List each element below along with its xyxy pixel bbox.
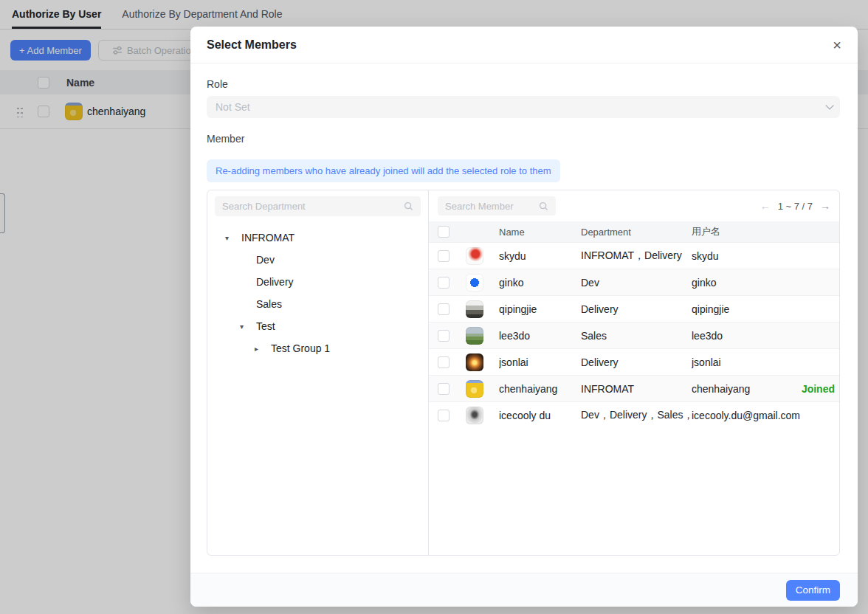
member-department: INFROMAT，Delivery bbox=[581, 249, 692, 263]
member-row-qipingjie[interactable]: qipingjie Delivery qipingjie bbox=[429, 295, 839, 322]
department-search-input[interactable] bbox=[222, 201, 399, 212]
page-range: 1 ~ 7 / 7 bbox=[778, 201, 813, 212]
row-checkbox[interactable] bbox=[438, 410, 450, 421]
member-row-jsonlai[interactable]: jsonlai Delivery jsonlai bbox=[429, 348, 839, 375]
role-select[interactable]: Not Set bbox=[207, 96, 840, 118]
member-username: lee3do bbox=[692, 330, 839, 342]
member-label: Member bbox=[207, 133, 840, 145]
prev-page-icon[interactable]: ← bbox=[760, 200, 771, 212]
tree-item-label: Dev bbox=[256, 254, 275, 266]
member-row-skydu[interactable]: skydu INFROMAT，Delivery skydu bbox=[429, 242, 839, 269]
department-panel: ▾ INFROMAT Dev Delivery bbox=[207, 190, 429, 555]
search-icon bbox=[404, 201, 413, 211]
member-name: ginko bbox=[499, 277, 581, 289]
member-panel: ← 1 ~ 7 / 7 → Name Department 用户名 bbox=[429, 190, 839, 555]
tree-item-label: Test Group 1 bbox=[271, 342, 330, 354]
member-username: ginko bbox=[692, 277, 839, 289]
tree-item-label: Sales bbox=[256, 298, 282, 310]
member-name: lee3do bbox=[499, 330, 581, 342]
search-icon bbox=[539, 201, 548, 211]
avatar bbox=[466, 247, 483, 265]
caret-down-icon[interactable]: ▾ bbox=[240, 322, 256, 331]
tree-item-label: Delivery bbox=[256, 276, 294, 288]
tree-item-label: Test bbox=[256, 320, 275, 332]
member-department: INFROMAT bbox=[581, 383, 692, 395]
role-select-placeholder: Not Set bbox=[216, 101, 250, 113]
tree-item-dev[interactable]: Dev bbox=[215, 249, 421, 271]
member-row-ginko[interactable]: ginko Dev ginko bbox=[429, 269, 839, 295]
close-icon[interactable]: × bbox=[833, 38, 841, 52]
member-row-chenhaiyang[interactable]: chenhaiyang INFROMAT chenhaiyang Joined bbox=[429, 375, 839, 401]
member-name: skydu bbox=[499, 250, 581, 262]
caret-down-icon[interactable]: ▾ bbox=[225, 234, 241, 242]
modal-body: Role Not Set Member Re-adding members wh… bbox=[190, 63, 858, 573]
tree-item-test-group-1[interactable]: ▸ Test Group 1 bbox=[215, 337, 421, 359]
tree-item-test[interactable]: ▾ Test bbox=[215, 315, 421, 337]
confirm-button[interactable]: Confirm bbox=[786, 580, 840, 601]
row-checkbox[interactable] bbox=[438, 303, 450, 315]
member-row-lee3do[interactable]: lee3do Sales lee3do bbox=[429, 322, 839, 348]
row-checkbox[interactable] bbox=[438, 383, 450, 395]
row-checkbox[interactable] bbox=[438, 250, 450, 262]
tree-item-sales[interactable]: Sales bbox=[215, 293, 421, 315]
department-tree: ▾ INFROMAT Dev Delivery bbox=[215, 227, 421, 359]
member-picker: ▾ INFROMAT Dev Delivery bbox=[207, 190, 840, 556]
avatar bbox=[466, 300, 483, 318]
tree-item-delivery[interactable]: Delivery bbox=[215, 271, 421, 293]
member-name: icecooly du bbox=[499, 410, 581, 421]
member-username: jsonlai bbox=[692, 356, 839, 368]
app-root: Authorize By User Authorize By Departmen… bbox=[0, 0, 868, 614]
member-department: Dev bbox=[581, 277, 692, 289]
member-table-header: Name Department 用户名 bbox=[429, 221, 839, 242]
department-search bbox=[215, 196, 421, 216]
modal-title: Select Members bbox=[207, 38, 297, 52]
row-checkbox[interactable] bbox=[438, 356, 450, 368]
next-page-icon[interactable]: → bbox=[820, 200, 830, 212]
avatar bbox=[466, 380, 483, 398]
row-checkbox[interactable] bbox=[438, 277, 450, 289]
member-department: Delivery bbox=[581, 356, 692, 368]
member-department: Dev，Delivery，Sales， bbox=[581, 409, 692, 422]
joined-badge: Joined bbox=[799, 383, 839, 395]
name-column-header: Name bbox=[499, 227, 581, 238]
avatar bbox=[466, 274, 483, 292]
member-panel-toolbar: ← 1 ~ 7 / 7 → bbox=[429, 190, 839, 221]
member-search bbox=[438, 196, 556, 215]
tree-item-infromat[interactable]: ▾ INFROMAT bbox=[215, 227, 421, 249]
avatar bbox=[466, 353, 483, 371]
pagination: ← 1 ~ 7 / 7 → bbox=[760, 200, 830, 212]
avatar bbox=[466, 407, 483, 424]
caret-right-icon[interactable]: ▸ bbox=[255, 345, 271, 353]
select-all-members-checkbox[interactable] bbox=[438, 226, 450, 238]
modal-footer: Confirm bbox=[190, 573, 858, 607]
select-members-modal: Select Members × Role Not Set Member Re-… bbox=[190, 27, 858, 607]
avatar bbox=[466, 327, 483, 345]
member-rows: skydu INFROMAT，Delivery skydu ginko Dev … bbox=[429, 242, 839, 428]
member-department: Delivery bbox=[581, 303, 692, 315]
member-name: chenhaiyang bbox=[499, 383, 581, 395]
department-column-header: Department bbox=[581, 227, 692, 238]
chevron-down-icon bbox=[825, 101, 833, 109]
member-search-input[interactable] bbox=[445, 201, 534, 212]
member-username: chenhaiyang bbox=[692, 383, 799, 395]
row-checkbox[interactable] bbox=[438, 330, 450, 342]
username-column-header: 用户名 bbox=[692, 225, 839, 238]
member-username: qipingjie bbox=[692, 303, 839, 315]
member-department: Sales bbox=[581, 330, 692, 342]
tree-item-label: INFROMAT bbox=[241, 232, 294, 244]
role-label: Role bbox=[207, 78, 840, 90]
member-name: qipingjie bbox=[499, 303, 581, 315]
member-username: icecooly.du@gmail.com bbox=[692, 410, 839, 421]
modal-header: Select Members × bbox=[190, 27, 858, 63]
member-name: jsonlai bbox=[499, 356, 581, 368]
rejoin-notice: Re-adding members who have already joine… bbox=[207, 159, 560, 182]
member-row-icecooly-du[interactable]: icecooly du Dev，Delivery，Sales， icecooly… bbox=[429, 401, 839, 428]
member-username: skydu bbox=[692, 250, 839, 262]
